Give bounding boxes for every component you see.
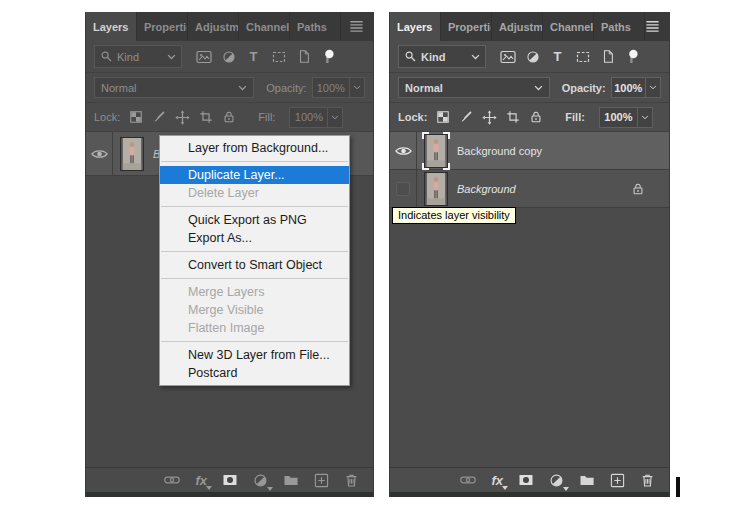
- link-layers-icon[interactable]: [164, 472, 180, 488]
- lock-label: Lock:: [94, 111, 120, 123]
- panel-menu-icon[interactable]: [349, 19, 364, 34]
- blend-mode-select[interactable]: Normal: [94, 77, 254, 98]
- opacity-value: 100%: [313, 82, 349, 94]
- tab-label: Layers: [93, 21, 128, 33]
- new-group-icon[interactable]: [283, 472, 299, 488]
- menu-item-new-3d-layer[interactable]: New 3D Layer from File...: [160, 346, 349, 364]
- lock-artboard-icon[interactable]: [506, 110, 520, 124]
- tab-paths[interactable]: Paths: [594, 12, 645, 41]
- chevron-down-icon[interactable]: [349, 78, 364, 97]
- tab-label: Propertie: [448, 21, 492, 33]
- menu-separator: [161, 206, 348, 207]
- lock-all-icon[interactable]: [222, 110, 236, 124]
- filter-shape-layers-icon[interactable]: [570, 49, 595, 65]
- new-adjustment-layer-icon[interactable]: [549, 473, 564, 488]
- menu-item-convert-to-smart-object[interactable]: Convert to Smart Object: [160, 256, 349, 274]
- filter-toggle-switch-icon[interactable]: [316, 49, 341, 65]
- tab-label: Layers: [397, 21, 432, 33]
- lock-label: Lock:: [398, 111, 427, 123]
- layers-panel-right: Layers Propertie Adjustme Channels Paths…: [389, 12, 670, 497]
- menu-item-duplicate-layer[interactable]: Duplicate Layer...: [160, 166, 349, 184]
- new-layer-icon[interactable]: [610, 473, 625, 488]
- text-cursor-artifact: [676, 477, 680, 497]
- filter-smart-objects-icon[interactable]: [595, 49, 620, 64]
- fill-input[interactable]: 100%: [599, 107, 653, 128]
- tab-adjustments[interactable]: Adjustme: [188, 12, 239, 41]
- filter-adjustment-layers-icon[interactable]: [216, 50, 241, 64]
- fill-input[interactable]: 100%: [289, 107, 343, 128]
- add-layer-mask-icon[interactable]: [518, 472, 534, 488]
- layer-name[interactable]: Background copy: [457, 145, 542, 157]
- new-group-icon[interactable]: [579, 472, 595, 488]
- lock-all-icon[interactable]: [529, 110, 543, 124]
- filter-smart-objects-icon[interactable]: [291, 49, 316, 64]
- tab-label: Paths: [601, 21, 631, 33]
- panel-menu-icon[interactable]: [645, 19, 660, 34]
- new-adjustment-layer-icon[interactable]: [253, 473, 268, 488]
- fill-label: Fill:: [565, 111, 585, 123]
- lock-transparency-icon[interactable]: [436, 110, 450, 124]
- filter-pixel-layers-icon[interactable]: [495, 49, 520, 65]
- layer-thumbnail[interactable]: [424, 172, 448, 206]
- filter-adjustment-layers-icon[interactable]: [520, 50, 545, 64]
- lock-pixels-icon[interactable]: [459, 110, 473, 124]
- filter-type-layers-icon[interactable]: T: [241, 50, 266, 63]
- menu-item-delete-layer: Delete Layer: [160, 184, 349, 202]
- layer-row-background-copy[interactable]: Background copy: [390, 132, 669, 170]
- filter-kind-label: Kind: [421, 51, 445, 63]
- tab-channels[interactable]: Channels: [239, 12, 290, 41]
- search-icon: [404, 50, 417, 63]
- tab-layers[interactable]: Layers: [390, 12, 441, 41]
- new-layer-icon[interactable]: [314, 473, 329, 488]
- filter-kind-dropdown[interactable]: Kind: [398, 45, 486, 68]
- chevron-down-icon[interactable]: [637, 108, 652, 127]
- filter-kind-dropdown[interactable]: Kind: [94, 45, 182, 68]
- tab-paths[interactable]: Paths: [290, 12, 341, 41]
- filter-toggle-switch-icon[interactable]: [620, 49, 645, 65]
- layer-thumbnail[interactable]: [424, 134, 448, 168]
- delete-layer-icon[interactable]: [344, 473, 359, 488]
- lock-position-icon[interactable]: [482, 110, 497, 125]
- menu-separator: [161, 278, 348, 279]
- chevron-down-icon: [534, 85, 543, 91]
- tab-properties[interactable]: Propertie: [441, 12, 492, 41]
- visibility-toggle[interactable]: [390, 170, 417, 207]
- link-layers-icon[interactable]: [460, 472, 476, 488]
- menu-item-layer-from-background[interactable]: Layer from Background...: [160, 139, 349, 157]
- filter-shape-layers-icon[interactable]: [266, 49, 291, 65]
- tab-adjustments[interactable]: Adjustme: [492, 12, 543, 41]
- opacity-input[interactable]: 100%: [611, 77, 661, 98]
- delete-layer-icon[interactable]: [640, 473, 655, 488]
- chevron-down-icon[interactable]: [645, 78, 660, 97]
- lock-artboard-icon[interactable]: [199, 110, 213, 124]
- menu-item-quick-export-png[interactable]: Quick Export as PNG: [160, 211, 349, 229]
- panel-tabbar: Layers Propertie Adjustme Channels Paths: [390, 12, 669, 41]
- tab-label: Adjustme: [499, 21, 543, 33]
- visibility-toggle[interactable]: [86, 132, 113, 175]
- visibility-toggle[interactable]: [390, 132, 417, 169]
- blend-mode-select[interactable]: Normal: [398, 77, 550, 98]
- panel-tabbar: Layers Propertie Adjustme Channels Paths: [86, 12, 373, 41]
- layer-name[interactable]: Background: [457, 183, 516, 195]
- menu-item-postcard[interactable]: Postcard: [160, 364, 349, 382]
- opacity-input[interactable]: 100%: [312, 77, 365, 98]
- blend-mode-value: Normal: [405, 82, 443, 94]
- add-layer-mask-icon[interactable]: [222, 472, 238, 488]
- lock-transparency-icon[interactable]: [129, 110, 143, 124]
- filter-type-layers-icon[interactable]: T: [545, 50, 570, 63]
- tab-layers[interactable]: Layers: [86, 12, 137, 41]
- lock-pixels-icon[interactable]: [152, 110, 166, 124]
- fill-value: 100%: [290, 111, 327, 123]
- visibility-tooltip: Indicates layer visibility: [392, 207, 516, 224]
- chevron-down-icon[interactable]: [327, 108, 342, 127]
- menu-item-export-as[interactable]: Export As...: [160, 229, 349, 247]
- layer-thumbnail[interactable]: [120, 137, 144, 171]
- tab-channels[interactable]: Channels: [543, 12, 594, 41]
- layer-row-background[interactable]: Background: [390, 170, 669, 208]
- tab-properties[interactable]: Propertie: [137, 12, 188, 41]
- lock-position-icon[interactable]: [175, 110, 190, 125]
- layer-styles-icon[interactable]: fx: [491, 474, 503, 487]
- filter-pixel-layers-icon[interactable]: [191, 49, 216, 65]
- chevron-down-icon: [471, 54, 480, 60]
- layer-styles-icon[interactable]: fx: [195, 474, 207, 487]
